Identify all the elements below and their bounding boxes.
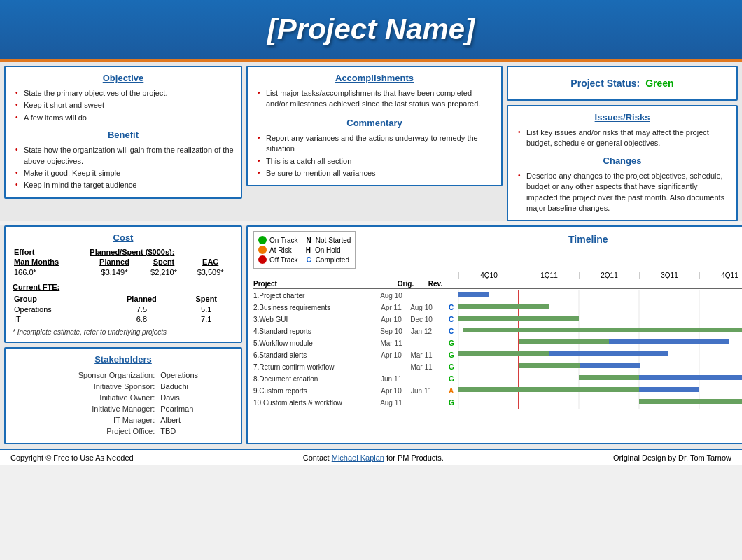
commentary-title: Commentary xyxy=(255,118,494,128)
orange-dot xyxy=(258,246,267,254)
stakeholder-label: Project Office: xyxy=(14,426,157,436)
stakeholders-table: Sponsor Organization: Operations Initiat… xyxy=(13,369,234,438)
svg-text:Jun 11: Jun 11 xyxy=(381,375,402,383)
contact-prefix: Contact xyxy=(303,454,330,462)
svg-text:C: C xyxy=(449,316,454,323)
legend-off-track: Off Track C Completed xyxy=(258,255,351,264)
svg-text:Apr 11: Apr 11 xyxy=(381,304,402,312)
svg-text:Aug 10: Aug 10 xyxy=(380,292,402,300)
svg-text:G: G xyxy=(449,399,454,407)
svg-text:7.Return confirm workflow: 7.Return confirm workflow xyxy=(253,363,335,371)
svg-text:Apr 10: Apr 10 xyxy=(381,316,402,323)
on-track-label: On Track xyxy=(270,237,298,244)
copyright-text: Copyright © Free to Use As Needed xyxy=(10,454,134,462)
fte-row2-spent: 7.1 xyxy=(179,314,234,324)
benefit-item: State how the organization will gain fro… xyxy=(15,144,234,167)
svg-rect-39 xyxy=(458,351,549,356)
stakeholder-row: IT Manager: Albert xyxy=(14,415,232,425)
off-track-label: Off Track xyxy=(270,256,298,264)
issues-risks-title: Issues/Risks xyxy=(515,112,729,122)
timeline-card: On Track N Not Started At Risk H On Hold… xyxy=(246,225,742,444)
issues-risks-item: List key issues and/or risks that may af… xyxy=(518,127,729,150)
gantt-col-2q11: 2Q11 xyxy=(579,272,639,279)
accomplishments-list: List major tasks/accomplishments that ha… xyxy=(255,88,494,111)
page-title: [Project Name] xyxy=(7,13,735,46)
status-legend: On Track N Not Started At Risk H On Hold… xyxy=(253,231,356,269)
svg-rect-49 xyxy=(579,375,639,380)
svg-rect-33 xyxy=(519,340,609,344)
red-dot xyxy=(258,255,267,264)
svg-rect-16 xyxy=(458,304,549,309)
on-hold-h: H xyxy=(306,246,311,254)
cost-val-0: 166.0* xyxy=(13,267,88,278)
completed-label: Completed xyxy=(316,256,349,264)
issues-risks-list: List key issues and/or risks that may af… xyxy=(515,127,729,150)
stakeholder-value: Pearlman xyxy=(158,404,232,414)
svg-text:Mar 11: Mar 11 xyxy=(380,340,402,347)
fte-row2-group: IT xyxy=(13,314,104,324)
stakeholder-row: Initiative Manager: Pearlman xyxy=(14,404,232,414)
objective-card: Objective State the primary objectives o… xyxy=(4,66,242,199)
objective-list: State the primary objectives of the proj… xyxy=(13,88,234,124)
svg-text:G: G xyxy=(449,363,454,371)
benefit-item: Make it good. Keep it simple xyxy=(15,167,234,179)
project-status-card: Project Status: Green xyxy=(507,66,738,101)
cost-val-1: $3,149* xyxy=(88,267,140,278)
contact-link[interactable]: Michael Kaplan xyxy=(332,454,384,462)
gantt-col-1q11: 1Q11 xyxy=(519,272,579,279)
fte-row2-planned: 6.8 xyxy=(104,314,178,324)
gantt-rev-header: Rev. xyxy=(421,280,449,288)
gantt-orig-header: Orig. xyxy=(390,280,421,288)
objective-title: Objective xyxy=(13,73,234,83)
cost-col-1: Planned xyxy=(88,257,140,267)
cost-col-0: Man Months xyxy=(13,257,88,267)
fte-header-spent: Spent xyxy=(179,294,234,304)
svg-text:G: G xyxy=(449,351,454,359)
project-status-value: Green xyxy=(645,78,673,89)
svg-text:1.Project charter: 1.Project charter xyxy=(253,292,305,300)
svg-rect-22 xyxy=(458,316,579,321)
stakeholder-label: Initiative Manager: xyxy=(14,404,157,414)
svg-text:9.Custom reports: 9.Custom reports xyxy=(253,387,307,395)
gantt-bars-header xyxy=(458,280,742,288)
stakeholder-value: Baduchi xyxy=(158,382,232,391)
gantt-svg: 1.Project charter Aug 10 2.Business requ… xyxy=(253,290,742,409)
svg-text:4.Standard reports: 4.Standard reports xyxy=(253,328,312,335)
stakeholder-value: Operations xyxy=(158,370,232,380)
stakeholder-label: Sponsor Organization: xyxy=(14,370,157,380)
gantt-chart: 4Q10 1Q11 2Q11 3Q11 4Q11 1Q12 2Q12 Proje… xyxy=(253,272,742,409)
svg-rect-55 xyxy=(458,387,639,392)
svg-text:Apr 10: Apr 10 xyxy=(381,351,402,359)
svg-text:3.Web GUI: 3.Web GUI xyxy=(253,316,288,323)
header: [Project Name] xyxy=(0,0,742,62)
stakeholder-row: Initiative Owner: Davis xyxy=(14,393,232,402)
svg-text:Mar 11: Mar 11 xyxy=(410,351,433,359)
footer: Copyright © Free to Use As Needed Contac… xyxy=(0,449,742,465)
stakeholder-value: Albert xyxy=(158,415,232,425)
svg-text:Sep 10: Sep 10 xyxy=(380,328,402,335)
svg-text:Jun 11: Jun 11 xyxy=(411,387,432,395)
changes-title: Changes xyxy=(515,155,729,166)
cost-card: Cost Effort Planned/Spent ($000s): Man M… xyxy=(4,225,242,343)
objective-item: A few items will do xyxy=(15,112,234,124)
svg-text:2.Business requirements: 2.Business requirements xyxy=(253,304,330,312)
design-credit: Original Design by Dr. Tom Tarnow xyxy=(613,454,732,462)
gantt-col-3q11: 3Q11 xyxy=(639,272,699,279)
benefit-item: Keep in mind the target audience xyxy=(15,179,234,191)
legend-at-risk: At Risk H On Hold xyxy=(258,246,351,254)
effort-label: Effort xyxy=(13,247,88,257)
svg-text:Jan 12: Jan 12 xyxy=(411,328,432,335)
gantt-col-4q11: 4Q11 xyxy=(699,272,742,279)
contact-section: Contact Michael Kaplan for PM Products. xyxy=(303,454,444,462)
completed-c: C xyxy=(306,256,311,264)
fte-row1-planned: 7.5 xyxy=(104,304,178,315)
fte-row1-group: Operations xyxy=(13,304,104,315)
commentary-item: Report any variances and the actions und… xyxy=(258,132,494,155)
cost-col-2: Spent xyxy=(141,257,188,267)
stakeholders-card: Stakeholders Sponsor Organization: Opera… xyxy=(4,347,242,444)
gantt-status-header xyxy=(449,280,458,288)
gantt-col-4q10: 4Q10 xyxy=(458,272,519,279)
svg-rect-10 xyxy=(458,292,489,297)
svg-text:G: G xyxy=(449,375,454,383)
timeline-title: Timeline xyxy=(568,234,608,245)
